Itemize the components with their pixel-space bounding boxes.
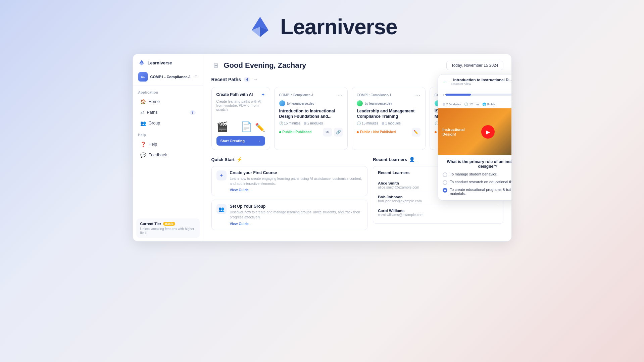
sidebar-logo-label: Learniverse <box>148 60 172 65</box>
path-card-2-footer: Public • Not Published ✏️ <box>357 128 420 137</box>
start-creating-label: Start Creating <box>220 139 245 143</box>
start-creating-button[interactable]: Start Creating → <box>216 136 265 146</box>
sidebar-item-paths-label: Paths <box>147 110 158 115</box>
overlay-option-1[interactable]: To manage student behavior. <box>443 172 512 177</box>
sidebar-logo: Learniverse <box>133 54 203 69</box>
learners-icon: 👤 <box>409 157 415 162</box>
workspace-chevron-icon: ⌃ <box>194 74 198 79</box>
path-card-1-status-dot <box>279 131 281 133</box>
sidebar-logo-icon <box>138 59 145 66</box>
sidebar-item-feedback[interactable]: 💬 Feedback <box>135 150 201 160</box>
learner-3-name: Carol Williams <box>378 209 498 213</box>
sidebar-item-home[interactable]: 🏠 Home <box>135 96 201 107</box>
path-card-2-modules: ⊞ 1 modules <box>382 121 401 125</box>
guide-2-link[interactable]: View Guide → <box>230 222 363 226</box>
path-card-2-actions: ✏️ <box>412 128 420 137</box>
path-card-1-author-label: by learniverse.dev <box>287 102 314 105</box>
quick-start-section: Quick Start ⚡ ✦ Create your First Course… <box>211 157 368 234</box>
brand-logo-icon <box>247 13 274 40</box>
overlay-visibility-label: 🌐 Public <box>482 102 496 106</box>
workspace-selector[interactable]: C1 COMP1 - Compliance-1 ⌃ <box>133 69 203 86</box>
overlay-radio-3[interactable] <box>443 188 447 193</box>
overlay-progress-fill <box>445 94 471 96</box>
guide-1-icon: ✦ <box>216 170 227 180</box>
path-card-2-top: COMP1: Compliance-1 ⋯ <box>357 92 420 98</box>
create-path-card: Create Path with AI ✦ Create learning pa… <box>211 87 270 150</box>
path-card-3-status-dot <box>435 131 437 133</box>
overlay-modules-label: ⊞ 2 Modules <box>443 102 461 106</box>
guide-2-icon: 👥 <box>216 204 227 214</box>
sidebar-item-group[interactable]: 👥 Group <box>135 118 201 128</box>
app-window: Learniverse C1 COMP1 - Compliance-1 ⌃ Ap… <box>133 54 512 242</box>
tier-title: Current Tier Basic <box>140 222 196 226</box>
guide-1-desc: Learn how to create engaging learning pa… <box>230 176 363 186</box>
path-card-2-avatar <box>357 100 363 106</box>
path-card-1-menu-icon[interactable]: ⋯ <box>337 92 343 98</box>
guide-1-link[interactable]: View Guide → <box>230 188 363 192</box>
home-icon: 🏠 <box>140 99 146 104</box>
sidebar-toggle-button[interactable]: ⊞ <box>211 61 220 70</box>
overlay-radio-2[interactable] <box>443 180 447 185</box>
path-card-1-status-label: Public • Published <box>283 130 312 134</box>
overlay-video-bg: InstructionalDesign! ▶ <box>438 108 512 155</box>
overlay-play-button[interactable]: ▶ <box>481 125 495 139</box>
lightning-icon: ⚡ <box>237 157 242 162</box>
overlay-option-2[interactable]: To conduct research on educational theor… <box>443 180 512 185</box>
overlay-meta: ⊞ 2 Modules 🕐 12 min 🌐 Public <box>438 100 512 108</box>
sidebar-item-group-label: Group <box>149 121 160 125</box>
create-path-illustration: 🎬 📄 ✏️ <box>216 115 265 132</box>
quick-start-title: Quick Start <box>211 157 235 162</box>
path-card-1-meta: 🕐 15 minutes ⊞ 2 modules <box>279 121 343 125</box>
quick-start-header: Quick Start ⚡ <box>211 157 368 162</box>
overlay-question-section: What is the primary role of an instructi… <box>438 155 512 200</box>
sidebar-help-section-label: Help <box>133 128 203 139</box>
path-card-1-link-btn[interactable]: 🔗 <box>334 128 343 137</box>
overlay-prev-btn[interactable]: ‹ <box>443 92 444 97</box>
brand-name: Learniverse <box>280 14 397 39</box>
path-card-2-time: 🕐 15 minutes <box>357 121 378 125</box>
tier-box: Current Tier Basic Unlock amazing featur… <box>136 218 200 238</box>
path-card-2-workspace: COMP1: Compliance-1 <box>357 93 391 97</box>
overlay-option-3-label: To create educational programs & trainin… <box>450 188 512 196</box>
path-card-1-actions: 👁 🔗 <box>323 128 343 137</box>
path-card-2-author: by learniverse.dev <box>357 100 420 106</box>
overlay-back-button[interactable]: ← <box>443 79 448 85</box>
path-card-1-footer: Public • Published 👁 🔗 <box>279 128 343 137</box>
path-card-2-menu-icon[interactable]: ⋯ <box>415 92 420 98</box>
path-card-1-time: 🕐 15 minutes <box>279 121 301 125</box>
sidebar-item-home-label: Home <box>149 99 160 104</box>
page-greeting: Good Evening, Zachary <box>224 61 306 70</box>
guide-card-2: 👥 Set Up Your Group Discover how to crea… <box>211 200 368 230</box>
path-card-2-title: Leadership and Management Compliance Tra… <box>357 108 420 119</box>
sidebar-item-feedback-label: Feedback <box>149 153 167 157</box>
overlay-option-1-label: To manage student behavior. <box>450 172 497 176</box>
path-card-1-modules: ⊞ 2 modules <box>304 121 323 125</box>
sidebar-application-section: Application <box>133 86 203 96</box>
date-badge: Today, November 15 2024 <box>446 61 503 70</box>
create-path-desc: Create learning paths with AI from youtu… <box>216 99 265 111</box>
overlay-progress-section: ‹ › <box>438 89 512 100</box>
path-card-1-view-btn[interactable]: 👁 <box>323 128 332 137</box>
guide-1-content: Create your First Course Learn how to cr… <box>230 170 363 192</box>
sidebar-item-paths[interactable]: ⇄ Paths 7 <box>135 107 201 118</box>
path-card-1-workspace: COMP1: Compliance-1 <box>279 93 314 97</box>
overlay-option-2-label: To conduct research on educational theor… <box>450 180 512 184</box>
learner-3-email: carol.williams@example.com <box>378 213 498 217</box>
path-card-2-status: Public • Not Published <box>357 130 396 134</box>
overlay-video[interactable]: InstructionalDesign! ▶ <box>438 108 512 155</box>
overlay-radio-1[interactable] <box>443 172 447 177</box>
guide-2-content: Set Up Your Group Discover how to create… <box>230 204 363 225</box>
help-icon: ❓ <box>140 142 146 147</box>
workspace-avatar: C1 <box>138 72 148 82</box>
sidebar-item-help[interactable]: ❓ Help <box>135 139 201 150</box>
overlay-option-3[interactable]: To create educational programs & trainin… <box>443 188 512 196</box>
path-card-1-title: Introduction to Instructional Design Fou… <box>279 108 343 119</box>
brand-header: Learniverse <box>247 13 397 40</box>
guide-card-1: ✦ Create your First Course Learn how to … <box>211 166 368 196</box>
path-card-2-edit-btn[interactable]: ✏️ <box>412 128 420 137</box>
sidebar: Learniverse C1 COMP1 - Compliance-1 ⌃ Ap… <box>133 54 203 241</box>
path-card-1: COMP1: Compliance-1 ⋯ by learniverse.dev… <box>274 87 348 150</box>
tier-badge: Basic <box>163 222 175 226</box>
guide-2-title: Set Up Your Group <box>230 204 363 209</box>
recent-paths-arrow-icon[interactable]: → <box>253 77 258 82</box>
